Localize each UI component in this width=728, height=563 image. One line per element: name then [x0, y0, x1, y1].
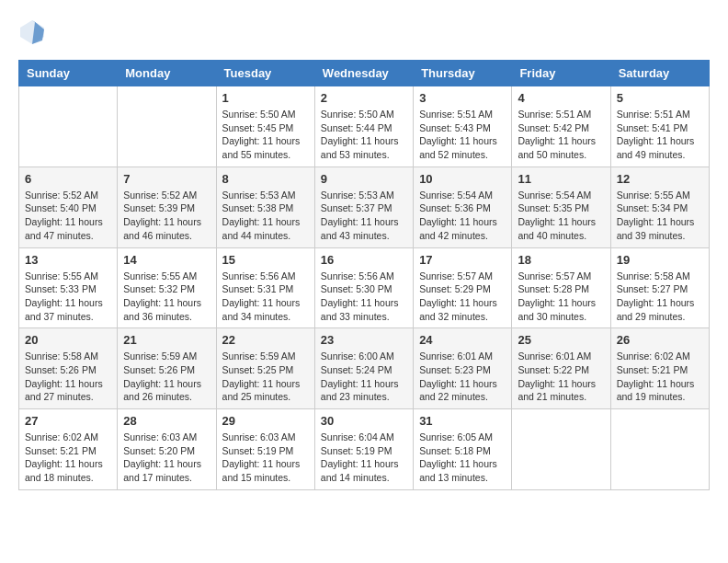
day-info: Sunrise: 5:58 AM Sunset: 5:26 PM Dayligh… [25, 350, 111, 404]
calendar-cell: 11Sunrise: 5:54 AM Sunset: 5:35 PM Dayli… [512, 167, 610, 247]
day-info: Sunrise: 5:58 AM Sunset: 5:27 PM Dayligh… [617, 270, 703, 324]
day-number: 16 [321, 253, 407, 267]
day-info: Sunrise: 5:56 AM Sunset: 5:30 PM Dayligh… [321, 270, 407, 324]
calendar-cell: 7Sunrise: 5:52 AM Sunset: 5:39 PM Daylig… [118, 167, 216, 247]
day-info: Sunrise: 5:57 AM Sunset: 5:29 PM Dayligh… [419, 270, 506, 324]
day-info: Sunrise: 5:55 AM Sunset: 5:33 PM Dayligh… [25, 270, 111, 324]
day-number: 31 [419, 414, 506, 428]
calendar-cell: 5Sunrise: 5:51 AM Sunset: 5:41 PM Daylig… [610, 86, 709, 167]
day-info: Sunrise: 5:52 AM Sunset: 5:40 PM Dayligh… [25, 189, 111, 243]
calendar-cell: 13Sunrise: 5:55 AM Sunset: 5:33 PM Dayli… [19, 247, 118, 328]
calendar-cell: 16Sunrise: 5:56 AM Sunset: 5:30 PM Dayli… [314, 247, 413, 328]
calendar-week-row: 6Sunrise: 5:52 AM Sunset: 5:40 PM Daylig… [19, 167, 710, 247]
day-info: Sunrise: 5:50 AM Sunset: 5:45 PM Dayligh… [222, 108, 309, 162]
calendar-cell: 3Sunrise: 5:51 AM Sunset: 5:43 PM Daylig… [414, 86, 512, 167]
calendar-cell: 10Sunrise: 5:54 AM Sunset: 5:36 PM Dayli… [414, 167, 512, 247]
day-info: Sunrise: 6:03 AM Sunset: 5:19 PM Dayligh… [222, 431, 309, 485]
calendar-cell: 15Sunrise: 5:56 AM Sunset: 5:31 PM Dayli… [216, 247, 314, 328]
day-info: Sunrise: 5:54 AM Sunset: 5:35 PM Dayligh… [518, 189, 604, 243]
calendar-cell: 28Sunrise: 6:03 AM Sunset: 5:20 PM Dayli… [118, 409, 216, 490]
day-info: Sunrise: 5:51 AM Sunset: 5:42 PM Dayligh… [518, 108, 604, 162]
day-number: 14 [123, 253, 210, 267]
day-number: 22 [222, 333, 309, 347]
calendar-cell: 1Sunrise: 5:50 AM Sunset: 5:45 PM Daylig… [216, 86, 314, 167]
day-number: 10 [419, 172, 506, 186]
day-number: 24 [419, 333, 506, 347]
calendar-cell: 19Sunrise: 5:58 AM Sunset: 5:27 PM Dayli… [610, 247, 709, 328]
day-info: Sunrise: 6:02 AM Sunset: 5:21 PM Dayligh… [617, 350, 703, 404]
day-info: Sunrise: 5:59 AM Sunset: 5:25 PM Dayligh… [222, 350, 309, 404]
day-number: 11 [518, 172, 604, 186]
day-info: Sunrise: 5:53 AM Sunset: 5:37 PM Dayligh… [321, 189, 407, 243]
calendar-week-row: 27Sunrise: 6:02 AM Sunset: 5:21 PM Dayli… [19, 409, 710, 490]
day-number: 28 [123, 414, 210, 428]
day-number: 17 [419, 253, 506, 267]
logo-icon [18, 18, 46, 46]
day-number: 19 [617, 253, 703, 267]
day-info: Sunrise: 5:57 AM Sunset: 5:28 PM Dayligh… [518, 270, 604, 324]
calendar-cell: 24Sunrise: 6:01 AM Sunset: 5:23 PM Dayli… [414, 328, 512, 409]
calendar-cell: 4Sunrise: 5:51 AM Sunset: 5:42 PM Daylig… [512, 86, 610, 167]
calendar-cell: 26Sunrise: 6:02 AM Sunset: 5:21 PM Dayli… [610, 328, 709, 409]
day-info: Sunrise: 5:51 AM Sunset: 5:43 PM Dayligh… [419, 108, 506, 162]
day-info: Sunrise: 6:01 AM Sunset: 5:22 PM Dayligh… [518, 350, 604, 404]
day-info: Sunrise: 5:51 AM Sunset: 5:41 PM Dayligh… [617, 108, 703, 162]
day-number: 4 [518, 91, 604, 105]
day-number: 9 [321, 172, 407, 186]
day-number: 3 [419, 91, 506, 105]
calendar-cell: 23Sunrise: 6:00 AM Sunset: 5:24 PM Dayli… [314, 328, 413, 409]
calendar-cell: 8Sunrise: 5:53 AM Sunset: 5:38 PM Daylig… [216, 167, 314, 247]
calendar-cell: 20Sunrise: 5:58 AM Sunset: 5:26 PM Dayli… [19, 328, 118, 409]
weekday-header: Wednesday [314, 61, 413, 86]
day-info: Sunrise: 5:50 AM Sunset: 5:44 PM Dayligh… [321, 108, 407, 162]
day-info: Sunrise: 6:04 AM Sunset: 5:19 PM Dayligh… [321, 431, 407, 485]
day-number: 2 [321, 91, 407, 105]
calendar-cell: 17Sunrise: 5:57 AM Sunset: 5:29 PM Dayli… [414, 247, 512, 328]
day-number: 8 [222, 172, 309, 186]
weekday-header: Saturday [610, 61, 709, 86]
calendar-cell [118, 86, 216, 167]
day-number: 25 [518, 333, 604, 347]
day-info: Sunrise: 6:02 AM Sunset: 5:21 PM Dayligh… [25, 431, 111, 485]
page-header [18, 18, 710, 46]
calendar-cell: 9Sunrise: 5:53 AM Sunset: 5:37 PM Daylig… [314, 167, 413, 247]
day-info: Sunrise: 6:03 AM Sunset: 5:20 PM Dayligh… [123, 431, 210, 485]
weekday-header: Thursday [414, 61, 512, 86]
day-number: 30 [321, 414, 407, 428]
day-number: 6 [25, 172, 111, 186]
day-info: Sunrise: 5:54 AM Sunset: 5:36 PM Dayligh… [419, 189, 506, 243]
day-number: 21 [123, 333, 210, 347]
day-number: 26 [617, 333, 703, 347]
day-info: Sunrise: 5:55 AM Sunset: 5:34 PM Dayligh… [617, 189, 703, 243]
calendar-cell: 27Sunrise: 6:02 AM Sunset: 5:21 PM Dayli… [19, 409, 118, 490]
calendar-week-row: 1Sunrise: 5:50 AM Sunset: 5:45 PM Daylig… [19, 86, 710, 167]
weekday-header: Friday [512, 61, 610, 86]
day-info: Sunrise: 5:59 AM Sunset: 5:26 PM Dayligh… [123, 350, 210, 404]
day-number: 20 [25, 333, 111, 347]
calendar-cell: 25Sunrise: 6:01 AM Sunset: 5:22 PM Dayli… [512, 328, 610, 409]
calendar-cell: 21Sunrise: 5:59 AM Sunset: 5:26 PM Dayli… [118, 328, 216, 409]
calendar-table: SundayMondayTuesdayWednesdayThursdayFrid… [18, 60, 710, 490]
day-info: Sunrise: 6:05 AM Sunset: 5:18 PM Dayligh… [419, 431, 506, 485]
day-number: 27 [25, 414, 111, 428]
calendar-cell: 6Sunrise: 5:52 AM Sunset: 5:40 PM Daylig… [19, 167, 118, 247]
day-number: 15 [222, 253, 309, 267]
day-info: Sunrise: 6:01 AM Sunset: 5:23 PM Dayligh… [419, 350, 506, 404]
day-info: Sunrise: 5:52 AM Sunset: 5:39 PM Dayligh… [123, 189, 210, 243]
calendar-week-row: 13Sunrise: 5:55 AM Sunset: 5:33 PM Dayli… [19, 247, 710, 328]
day-info: Sunrise: 5:55 AM Sunset: 5:32 PM Dayligh… [123, 270, 210, 324]
calendar-cell: 12Sunrise: 5:55 AM Sunset: 5:34 PM Dayli… [610, 167, 709, 247]
calendar-cell: 22Sunrise: 5:59 AM Sunset: 5:25 PM Dayli… [216, 328, 314, 409]
calendar-cell: 30Sunrise: 6:04 AM Sunset: 5:19 PM Dayli… [314, 409, 413, 490]
day-info: Sunrise: 5:53 AM Sunset: 5:38 PM Dayligh… [222, 189, 309, 243]
logo [18, 18, 50, 46]
calendar-cell [610, 409, 709, 490]
day-info: Sunrise: 5:56 AM Sunset: 5:31 PM Dayligh… [222, 270, 309, 324]
calendar-cell: 18Sunrise: 5:57 AM Sunset: 5:28 PM Dayli… [512, 247, 610, 328]
calendar-cell: 14Sunrise: 5:55 AM Sunset: 5:32 PM Dayli… [118, 247, 216, 328]
weekday-header: Tuesday [216, 61, 314, 86]
calendar-cell [19, 86, 118, 167]
day-number: 12 [617, 172, 703, 186]
calendar-cell: 29Sunrise: 6:03 AM Sunset: 5:19 PM Dayli… [216, 409, 314, 490]
calendar-cell [512, 409, 610, 490]
